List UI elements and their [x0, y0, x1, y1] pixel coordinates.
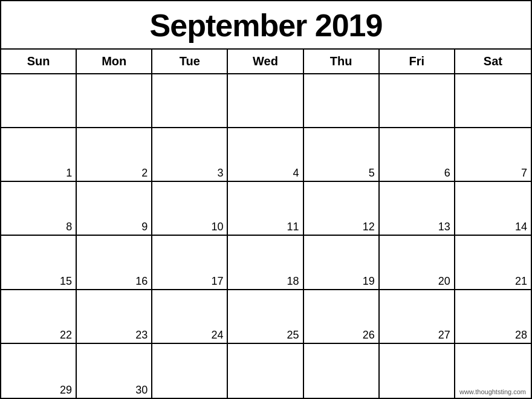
- day-number: 8: [66, 221, 72, 232]
- calendar-cell: 6: [380, 128, 455, 182]
- day-tue: Tue: [152, 50, 228, 73]
- day-number: 18: [287, 276, 299, 287]
- calendar-cell: [228, 74, 303, 128]
- calendar-cell: [304, 74, 380, 128]
- day-number: 14: [515, 221, 527, 232]
- calendar-cell: 5: [304, 128, 380, 182]
- calendar-cell: [380, 74, 455, 128]
- calendar-cell: 12: [304, 182, 380, 236]
- calendar-cell: 30: [77, 344, 152, 398]
- day-number: 27: [438, 329, 450, 340]
- day-number: 22: [60, 329, 72, 340]
- calendar-cell: 2: [77, 128, 152, 182]
- calendar-cell: 23: [77, 290, 152, 344]
- calendar-cell: 18: [228, 236, 303, 290]
- calendar-cell: 17: [152, 236, 228, 290]
- day-mon: Mon: [77, 50, 152, 73]
- calendar-cell: [228, 344, 303, 398]
- day-number: 11: [287, 221, 299, 232]
- calendar-cell: [304, 344, 380, 398]
- day-number: 13: [438, 221, 450, 232]
- day-number: 15: [60, 276, 72, 287]
- day-number: 26: [363, 329, 375, 340]
- calendar-cell: 14: [455, 182, 531, 236]
- watermark: www.thoughtsting.com: [459, 388, 526, 395]
- day-number: 30: [135, 384, 148, 395]
- day-number: 7: [521, 167, 527, 178]
- calendar-cell: 20: [380, 236, 455, 290]
- day-wed: Wed: [228, 50, 303, 73]
- day-number: 2: [141, 167, 148, 178]
- calendar-cell: [152, 344, 228, 398]
- day-number: 9: [141, 221, 148, 232]
- day-fri: Fri: [380, 50, 455, 73]
- day-number: 5: [369, 167, 375, 178]
- calendar-cell: 4: [228, 128, 303, 182]
- calendar-cell: 21: [455, 236, 531, 290]
- calendar-cell: 1: [1, 128, 77, 182]
- day-number: 16: [135, 276, 148, 287]
- day-number: 20: [438, 276, 450, 287]
- day-number: 23: [135, 329, 148, 340]
- calendar-grid: 1234567891011121314151617181920212223242…: [1, 74, 531, 398]
- day-number: 10: [211, 221, 223, 232]
- day-sun: Sun: [1, 50, 77, 73]
- day-number: 28: [515, 329, 527, 340]
- calendar-cell: [455, 74, 531, 128]
- calendar-cell: 22: [1, 290, 77, 344]
- day-number: 17: [211, 276, 223, 287]
- calendar-cell: 9: [77, 182, 152, 236]
- day-number: 25: [287, 329, 299, 340]
- day-thu: Thu: [304, 50, 380, 73]
- calendar-cell: 10: [152, 182, 228, 236]
- calendar-cell: [77, 74, 152, 128]
- calendar-cell: 8: [1, 182, 77, 236]
- day-number: 19: [363, 276, 375, 287]
- day-number: 6: [444, 167, 450, 178]
- calendar-cell: 11: [228, 182, 303, 236]
- calendar-title: September 2019: [1, 1, 531, 50]
- calendar-cell: 25: [228, 290, 303, 344]
- calendar-cell: 26: [304, 290, 380, 344]
- calendar-cell: 29: [1, 344, 77, 398]
- day-number: 12: [363, 221, 375, 232]
- calendar-cell: [152, 74, 228, 128]
- calendar-cell: 28: [455, 290, 531, 344]
- calendar-cell: 15: [1, 236, 77, 290]
- day-number: 4: [293, 167, 299, 178]
- day-number: 24: [211, 329, 223, 340]
- day-number: 3: [217, 167, 223, 178]
- calendar-header: Sun Mon Tue Wed Thu Fri Sat: [1, 50, 531, 74]
- calendar-cell: 27: [380, 290, 455, 344]
- day-number: 29: [60, 384, 72, 395]
- calendar-cell: 3: [152, 128, 228, 182]
- calendar-cell: 7: [455, 128, 531, 182]
- calendar-cell: 19: [304, 236, 380, 290]
- calendar-cell: [380, 344, 455, 398]
- day-number: 21: [515, 276, 527, 287]
- calendar-cell: 13: [380, 182, 455, 236]
- calendar-cell: 24: [152, 290, 228, 344]
- day-number: 1: [66, 167, 72, 178]
- calendar: September 2019 Sun Mon Tue Wed Thu Fri S…: [0, 0, 532, 399]
- calendar-cell: 16: [77, 236, 152, 290]
- calendar-cell: [1, 74, 77, 128]
- day-sat: Sat: [455, 50, 531, 73]
